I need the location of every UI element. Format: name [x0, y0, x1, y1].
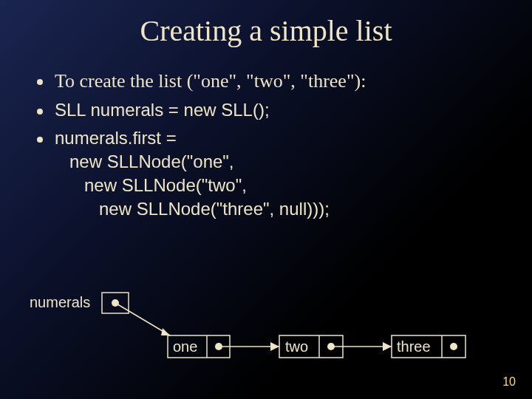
node-value: two [285, 338, 308, 355]
bullet-dot-icon [37, 137, 43, 143]
head-label: numerals [30, 294, 90, 310]
bullet-item: numerals.first = new SLLNode("one", new … [37, 126, 517, 221]
node-value: three [397, 338, 431, 355]
arrowhead-icon [270, 342, 279, 351]
slide-title: Creating a simple list [0, 13, 532, 48]
code-line: new SLLNode("two", [55, 174, 330, 197]
node-value: one [173, 338, 197, 355]
code-line: new SLLNode("three", null))); [55, 197, 330, 221]
bullet-text: SLL numerals = new SLL(); [55, 98, 270, 122]
arrowhead-icon [383, 342, 392, 351]
arrow [115, 303, 170, 335]
arrowhead-icon [161, 328, 170, 335]
pointer-dot-icon [450, 343, 457, 350]
bullet-text: numerals.first = new SLLNode("one", new … [55, 126, 330, 221]
page-number: 10 [502, 375, 516, 389]
linked-list-diagram: numerals one two three [30, 288, 517, 384]
bullet-text: To create the list ("one", "two", "three… [55, 69, 366, 94]
code-line: numerals.first = [55, 126, 330, 150]
bullet-list: To create the list ("one", "two", "three… [37, 69, 517, 221]
bullet-item: SLL numerals = new SLL(); [37, 98, 517, 122]
bullet-item: To create the list ("one", "two", "three… [37, 69, 517, 94]
bullet-dot-icon [37, 79, 43, 85]
code-line: new SLLNode("one", [55, 150, 330, 174]
bullet-dot-icon [37, 109, 43, 115]
